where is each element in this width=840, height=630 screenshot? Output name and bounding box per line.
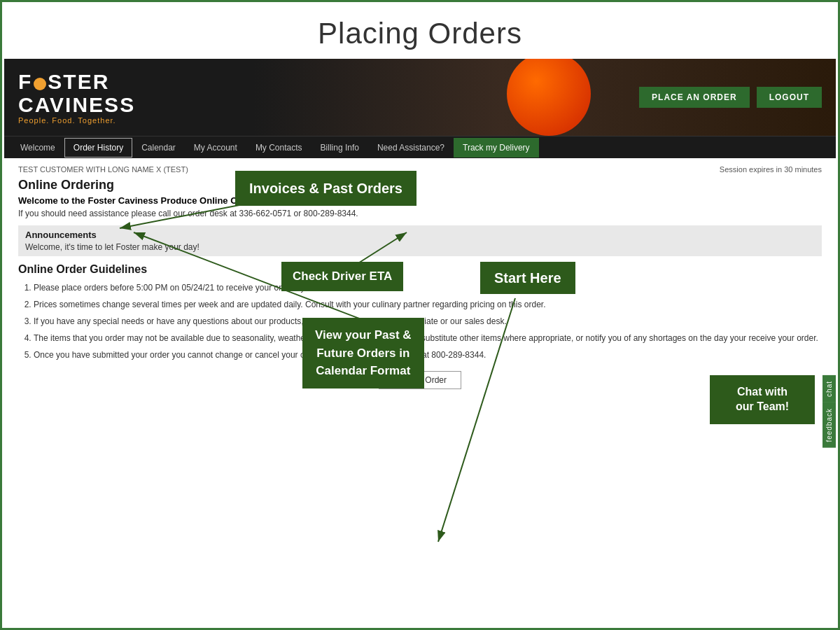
- header-banner: FSTER CAVINESS People. Food. Together. P…: [4, 59, 836, 136]
- contact-text: If you should need assistance please cal…: [18, 209, 822, 218]
- guideline-1: Please place orders before 5:00 PM on 05…: [34, 281, 822, 294]
- callout-start-here: Start Here: [480, 262, 575, 294]
- customer-info: TEST CUSTOMER WITH LONG NAME X (TEST): [18, 165, 822, 174]
- nav-my-contacts[interactable]: My Contacts: [246, 138, 312, 158]
- nav-my-account[interactable]: My Account: [185, 138, 246, 158]
- place-order-button[interactable]: PLACE AN ORDER: [639, 87, 750, 108]
- guidelines-title: Online Order Guidelines: [18, 263, 822, 276]
- nav-bar: Welcome Order History Calendar My Accoun…: [4, 136, 836, 158]
- callout-invoices: Invoices & Past Orders: [235, 171, 416, 206]
- logo-area: FSTER CAVINESS People. Food. Together.: [18, 70, 135, 125]
- logo-icon: [34, 78, 46, 90]
- nav-need-assistance[interactable]: Need Assistance?: [368, 138, 454, 158]
- online-ordering-title: Online Ordering: [18, 178, 822, 192]
- announcements-label: Announcements: [25, 230, 815, 240]
- nav-billing-info[interactable]: Billing Info: [312, 138, 368, 158]
- announcements-text: Welcome, it's time to let Foster make yo…: [25, 242, 815, 252]
- nav-track-delivery[interactable]: Track my Delivery: [454, 138, 539, 158]
- callout-driver-eta: Check Driver ETA: [281, 262, 403, 291]
- nav-welcome[interactable]: Welcome: [11, 138, 64, 158]
- nav-calendar[interactable]: Calendar: [132, 138, 185, 158]
- guideline-3: If you have any special needs or have an…: [34, 315, 822, 328]
- guideline-2: Prices sometimes change several times pe…: [34, 298, 822, 311]
- logo-text: FSTER CAVINESS: [18, 70, 135, 116]
- nav-order-history[interactable]: Order History: [64, 138, 132, 158]
- page-title-area: Placing Orders: [4, 4, 836, 59]
- side-tabs: chat feedback: [822, 375, 836, 448]
- session-info: Session expires in 30 minutes: [720, 165, 822, 174]
- callout-chat: Chat with our Team!: [710, 375, 815, 424]
- guideline-4: The items that you order may not be avai…: [34, 332, 822, 344]
- logo-foster2: STER: [48, 70, 109, 93]
- callout-calendar-format: View your Past & Future Orders in Calend…: [302, 318, 424, 388]
- logo-tagline: People. Food. Together.: [18, 116, 135, 125]
- page-title: Placing Orders: [4, 17, 836, 50]
- chat-side-tab[interactable]: chat: [822, 375, 836, 402]
- announcements-section: Announcements Welcome, it's time to let …: [18, 225, 822, 256]
- logo-caviness: CAVINESS: [18, 93, 135, 116]
- feedback-side-tab[interactable]: feedback: [822, 402, 836, 448]
- header-buttons: PLACE AN ORDER LOGOUT: [639, 87, 822, 108]
- welcome-text: Welcome to the Foster Caviness Produce O…: [18, 195, 822, 206]
- guideline-5: Once you have submitted your order you c…: [34, 349, 822, 361]
- logout-button[interactable]: LOGOUT: [757, 87, 822, 108]
- logo-foster: F: [18, 70, 32, 93]
